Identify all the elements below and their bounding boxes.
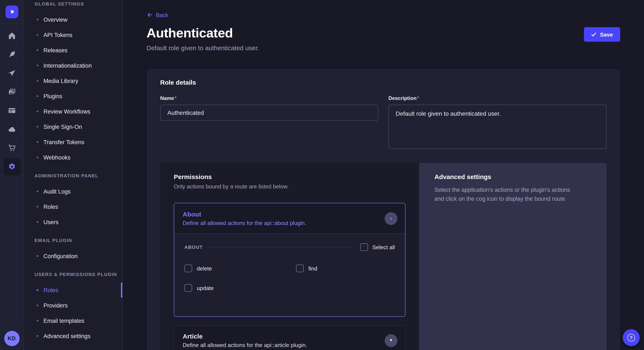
strapi-logo-icon xyxy=(5,5,18,18)
accordion-about-body: ABOUT Select all delete xyxy=(174,233,405,316)
arrow-left-icon xyxy=(146,12,152,18)
bullet-icon xyxy=(37,206,38,207)
bullet-icon xyxy=(37,320,38,322)
chevron-down-icon: ▼ xyxy=(389,339,393,342)
expand-toggle-button[interactable]: ▼ xyxy=(384,334,398,347)
permission-option-delete: delete xyxy=(184,265,296,272)
permission-group-label: ABOUT xyxy=(184,245,203,250)
page-header: Authenticated Default role given to auth… xyxy=(146,25,620,51)
required-asterisk: * xyxy=(174,95,176,101)
sidebar-item-transfer-tokens[interactable]: Transfer Tokens xyxy=(24,134,122,150)
question-mark-icon: ? xyxy=(628,334,635,342)
sidebar-item-providers[interactable]: Providers xyxy=(24,298,122,313)
select-all-label: Select all xyxy=(372,244,395,250)
sidebar-item-api-tokens[interactable]: API Tokens xyxy=(24,27,122,42)
accordion-article-subtitle: Define all allowed actions for the api::… xyxy=(183,342,396,348)
accordion-article-title: Article xyxy=(183,333,396,340)
chevron-up-icon: ▲ xyxy=(389,216,393,220)
sidebar-item-email-templates[interactable]: Email templates xyxy=(24,313,122,328)
sidebar-item-configuration[interactable]: Configuration xyxy=(24,248,122,264)
permission-option-find: find xyxy=(296,265,395,272)
collapse-toggle-button[interactable]: ▲ xyxy=(384,212,398,225)
permissions-panel: Permissions Only actions bound by a rout… xyxy=(160,163,419,350)
sidebar-item-single-sign-on[interactable]: Single Sign-On xyxy=(24,119,122,134)
page-subtitle: Default role given to authenticated user… xyxy=(146,44,259,51)
bullet-icon xyxy=(37,141,38,143)
update-checkbox[interactable] xyxy=(184,284,192,292)
subnav-section-global-settings: GLOBAL SETTINGS xyxy=(24,1,122,7)
update-label: update xyxy=(197,285,214,291)
paper-plane-icon[interactable] xyxy=(3,65,20,82)
workspace-logo-cell[interactable] xyxy=(0,0,24,24)
name-field[interactable] xyxy=(160,105,378,121)
bullet-icon xyxy=(37,19,38,20)
cart-icon[interactable] xyxy=(3,140,20,157)
rail-icon-list xyxy=(0,24,24,177)
bullet-icon xyxy=(37,157,38,158)
accordion-about-title: About xyxy=(183,210,396,218)
sidebar-item-users[interactable]: Users xyxy=(24,214,122,230)
bullet-icon xyxy=(37,65,38,66)
settings-subnav: GLOBAL SETTINGS Overview API Tokens Rele… xyxy=(24,0,123,350)
back-label: Back xyxy=(156,12,168,18)
bullet-icon xyxy=(37,80,38,82)
accordion-about-subtitle: Define all allowed actions for the api::… xyxy=(183,220,396,226)
advanced-settings-body: Select the application's actions or the … xyxy=(434,185,591,203)
sidebar-item-admin-roles[interactable]: Roles xyxy=(24,199,122,214)
main-content: Back Authenticated Default role given to… xyxy=(123,0,644,350)
bullet-icon xyxy=(37,49,38,51)
help-button[interactable]: ? xyxy=(623,329,640,346)
subnav-section-users-permissions-plugin: USERS & PERMISSIONS PLUGIN xyxy=(24,271,122,277)
settings-gear-icon[interactable] xyxy=(3,158,20,175)
sidebar-item-audit-logs[interactable]: Audit Logs xyxy=(24,184,122,199)
layout-icon[interactable] xyxy=(3,102,20,119)
home-icon[interactable] xyxy=(3,27,20,44)
bullet-icon xyxy=(37,111,38,112)
media-library-icon[interactable] xyxy=(3,83,20,100)
cloud-icon[interactable] xyxy=(3,121,20,138)
select-all-checkbox[interactable] xyxy=(360,243,368,251)
feather-icon[interactable] xyxy=(3,46,20,63)
active-item-indicator xyxy=(121,282,122,298)
sidebar-item-releases[interactable]: Releases xyxy=(24,42,122,58)
find-checkbox[interactable] xyxy=(296,265,304,272)
delete-checkbox[interactable] xyxy=(184,265,192,272)
find-label: find xyxy=(308,265,317,272)
bullet-icon xyxy=(37,126,38,128)
back-link[interactable]: Back xyxy=(146,11,168,19)
bullet-icon xyxy=(37,221,38,223)
sidebar-item-media-library[interactable]: Media Library xyxy=(24,73,122,88)
bullet-icon xyxy=(37,255,38,257)
bullet-icon xyxy=(37,305,38,306)
bullet-icon xyxy=(37,289,38,291)
sidebar-item-overview[interactable]: Overview xyxy=(24,12,122,27)
subnav-section-email-plugin: EMAIL PLUGIN xyxy=(24,237,122,243)
sidebar-item-up-roles[interactable]: Roles xyxy=(24,282,122,298)
app-viewport: KD GLOBAL SETTINGS Overview API Tokens R… xyxy=(0,0,644,350)
check-icon xyxy=(591,32,596,37)
sidebar-item-advanced-settings[interactable]: Advanced settings xyxy=(24,328,122,344)
main-nav-rail: KD xyxy=(0,0,24,350)
accordion-about-header[interactable]: About Define all allowed actions for the… xyxy=(174,203,405,233)
permissions-heading: Permissions xyxy=(174,173,406,180)
sidebar-item-webhooks[interactable]: Webhooks xyxy=(24,150,122,165)
bullet-icon xyxy=(37,190,38,192)
required-asterisk: * xyxy=(417,95,419,101)
sidebar-item-review-workflows[interactable]: Review Workflows xyxy=(24,104,122,119)
sidebar-item-plugins[interactable]: Plugins xyxy=(24,88,122,104)
save-button[interactable]: Save xyxy=(584,27,620,42)
accordion-about: About Define all allowed actions for the… xyxy=(174,203,406,317)
permissions-subtitle: Only actions bound by a route are listed… xyxy=(174,183,406,190)
subnav-section-administration-panel: ADMINISTRATION PANEL xyxy=(24,173,122,178)
user-avatar[interactable]: KD xyxy=(4,331,20,346)
page-title: Authenticated xyxy=(146,25,259,41)
sidebar-item-internationalization[interactable]: Internationalization xyxy=(24,58,122,73)
description-label: Description* xyxy=(388,95,606,101)
permission-group-row: ABOUT Select all xyxy=(184,243,395,251)
accordion-article[interactable]: Article Define all allowed actions for t… xyxy=(174,325,406,350)
name-label: Name* xyxy=(160,95,378,101)
permission-option-update: update xyxy=(184,284,296,292)
advanced-settings-panel: Advanced settings Select the application… xyxy=(419,163,606,350)
description-field[interactable]: Default role given to authenticated user… xyxy=(388,105,606,149)
save-label: Save xyxy=(600,31,613,38)
